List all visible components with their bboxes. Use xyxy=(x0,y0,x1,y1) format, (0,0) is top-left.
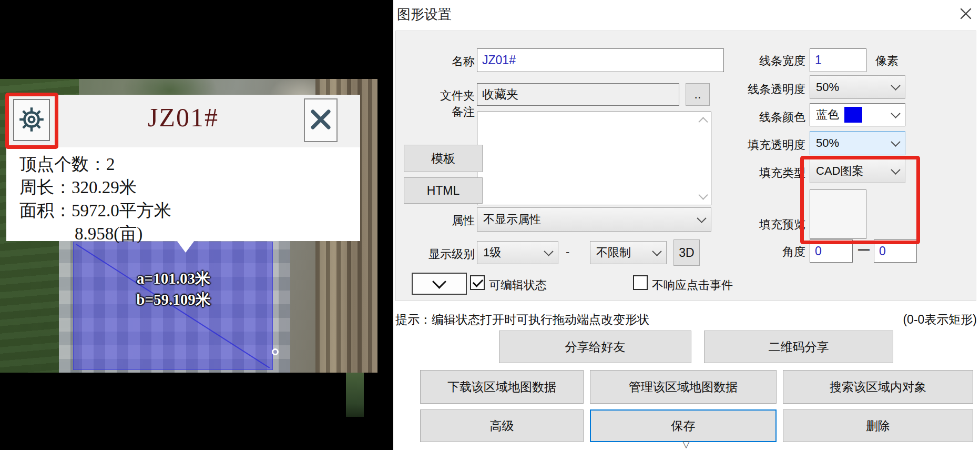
level-separator: - xyxy=(566,245,569,259)
blue-color-swatch xyxy=(844,107,862,123)
template-button[interactable]: 模板 xyxy=(404,145,483,172)
html-button[interactable]: HTML xyxy=(404,177,483,204)
line-width-label: 线条宽度 xyxy=(719,53,805,69)
gear-icon xyxy=(18,106,45,135)
fill-preview-box[interactable] xyxy=(810,189,866,239)
line-opacity-select[interactable]: 50% xyxy=(810,75,905,99)
attribute-label: 属性 xyxy=(422,213,475,228)
chevron-down-icon xyxy=(891,137,900,146)
screen: a=101.03米 b=59.109米 顶点个数：2 周长：320.29米 面积… xyxy=(0,0,980,450)
attribute-select[interactable]: 不显示属性 xyxy=(477,207,711,232)
close-icon xyxy=(309,107,333,133)
polygon-vertex-handle[interactable] xyxy=(272,348,279,355)
scroll-up-icon[interactable] xyxy=(698,117,708,126)
expander-triangle-icon[interactable]: ▽ xyxy=(675,439,698,450)
fill-type-label: 填充类型 xyxy=(719,165,805,181)
close-icon xyxy=(959,7,973,22)
angle-input-1[interactable] xyxy=(810,239,853,263)
polygon-side-a-label: a=101.03米 xyxy=(125,269,222,287)
angle-separator: — xyxy=(858,243,870,256)
display-level-to-select[interactable]: 不限制 xyxy=(590,241,667,264)
info-popup-body: 顶点个数：2 周长：320.29米 面积：5972.0平方米 8.958(亩) xyxy=(6,147,360,241)
chevron-down-icon xyxy=(432,274,446,288)
expand-options-dropdown[interactable] xyxy=(412,273,467,295)
graphic-settings-dialog: 图形设置 名称 文件夹 .. 备注 模板 HTML 属性 不显示属性 显示级别 xyxy=(393,0,980,450)
area-m2-text: 面积：5972.0平方米 xyxy=(6,199,360,222)
scroll-down-icon[interactable] xyxy=(698,190,708,199)
line-color-value: 蓝色 xyxy=(816,107,839,123)
fill-opacity-select[interactable]: 50% xyxy=(810,131,905,155)
folder-browse-button[interactable]: .. xyxy=(686,83,710,106)
download-map-data-button[interactable]: 下载该区域地图数据 xyxy=(420,370,584,404)
name-input[interactable] xyxy=(477,48,724,72)
angle-label: 角度 xyxy=(759,244,805,260)
fill-opacity-value: 50% xyxy=(816,136,839,150)
line-color-select[interactable]: 蓝色 xyxy=(810,103,905,126)
chevron-down-icon xyxy=(652,246,661,256)
vertex-count-text: 顶点个数：2 xyxy=(6,153,360,176)
fill-preview-label: 填充预览 xyxy=(719,217,805,233)
editable-label: 可编辑状态 xyxy=(489,277,547,293)
fill-type-value: CAD图案 xyxy=(816,163,863,179)
advanced-button[interactable]: 高级 xyxy=(420,409,584,442)
remark-scrollbar[interactable] xyxy=(696,113,710,204)
chevron-down-icon xyxy=(891,165,900,174)
display-level-from-select[interactable]: 1级 xyxy=(477,241,558,264)
chevron-down-icon xyxy=(697,213,706,223)
perimeter-text: 周长：320.29米 xyxy=(6,176,360,199)
no-click-checkbox[interactable] xyxy=(633,275,648,290)
3d-button[interactable]: 3D xyxy=(673,239,700,266)
map-pane[interactable]: a=101.03米 b=59.109米 顶点个数：2 周长：320.29米 面积… xyxy=(0,0,393,450)
folder-input[interactable] xyxy=(477,83,679,106)
line-opacity-value: 50% xyxy=(816,81,839,94)
chevron-down-icon xyxy=(544,246,553,256)
display-level-to-value: 不限制 xyxy=(596,245,631,261)
editable-checkbox[interactable] xyxy=(470,275,485,290)
share-friend-button[interactable]: 分享给好友 xyxy=(499,331,691,363)
popup-settings-button[interactable] xyxy=(13,99,50,141)
line-opacity-label: 线条透明度 xyxy=(708,82,805,97)
popup-close-button[interactable] xyxy=(304,98,338,142)
line-color-label: 线条颜色 xyxy=(719,109,805,125)
line-width-input[interactable] xyxy=(810,48,866,72)
chevron-down-icon xyxy=(891,108,900,118)
chevron-down-icon xyxy=(891,81,900,90)
share-qrcode-button[interactable]: 二维码分享 xyxy=(704,331,893,363)
remark-textarea[interactable] xyxy=(477,112,711,205)
no-click-label: 不响应点击事件 xyxy=(652,277,733,293)
edit-hint-text: 提示：编辑状态打开时可执行拖动端点改变形状 xyxy=(395,312,649,328)
display-level-label: 显示级别 xyxy=(411,246,475,262)
manage-map-data-button[interactable]: 管理该区域地图数据 xyxy=(590,370,777,404)
map-polygon-jz01[interactable]: a=101.03米 b=59.109米 xyxy=(74,242,272,369)
remark-label: 备注 xyxy=(422,104,475,120)
checkmark-icon xyxy=(473,276,484,287)
fill-type-select[interactable]: CAD图案 xyxy=(810,159,905,183)
save-button[interactable]: 保存 xyxy=(590,409,777,442)
angle-input-2[interactable] xyxy=(874,239,917,263)
name-label: 名称 xyxy=(422,54,475,69)
search-area-objects-button[interactable]: 搜索该区域内对象 xyxy=(783,370,973,404)
display-level-from-value: 1级 xyxy=(483,245,501,261)
dialog-title: 图形设置 xyxy=(397,5,452,24)
info-popup: 顶点个数：2 周长：320.29米 面积：5972.0平方米 8.958(亩) … xyxy=(6,95,360,241)
line-width-unit: 像素 xyxy=(875,53,899,69)
delete-button[interactable]: 删除 xyxy=(783,409,973,442)
dialog-close-button[interactable] xyxy=(957,5,975,23)
fill-opacity-label: 填充透明度 xyxy=(708,137,805,153)
folder-label: 文件夹 xyxy=(411,88,475,104)
polygon-side-b-label: b=59.109米 xyxy=(125,291,222,308)
angle-hint-text: (0-0表示矩形) xyxy=(903,312,977,328)
map-edge-sliver xyxy=(346,373,364,417)
popup-pointer xyxy=(177,241,195,253)
attribute-value: 不显示属性 xyxy=(483,212,541,227)
